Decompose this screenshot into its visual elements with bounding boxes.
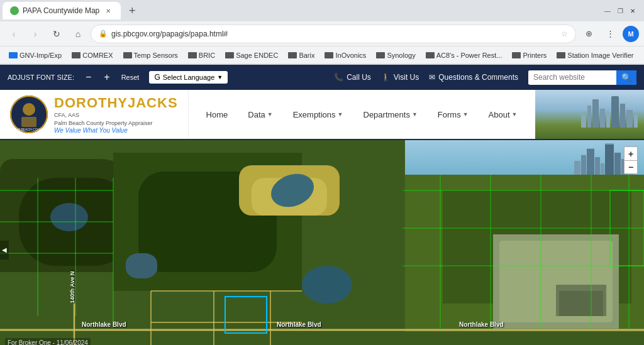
svg-point-1: [23, 103, 35, 116]
bookmark-star-icon[interactable]: ☆: [561, 30, 568, 38]
bookmark-temp[interactable]: Temp Sensors: [119, 50, 182, 60]
papa-logo: PALM BEACH COUNTY DOROTHYJACKS CFA, AAS …: [0, 90, 189, 139]
pond-4: [50, 203, 88, 231]
back-button[interactable]: ‹: [5, 25, 23, 43]
active-tab[interactable]: PAPA Countywide Map ✕: [3, 2, 121, 19]
tab-favicon: [10, 6, 19, 15]
logo-text: DOROTHYJACKS CFA, AAS Palm Beach County …: [54, 95, 178, 134]
bookmark-icon: [225, 52, 234, 58]
northlake-blvd-label-center: Northlake Blvd: [277, 321, 321, 328]
language-selector[interactable]: G Select Language ▼: [149, 71, 228, 84]
nav-exemptions-arrow: ▼: [338, 111, 343, 118]
font-decrease-button[interactable]: −: [84, 72, 92, 83]
more-button[interactable]: ⋮: [601, 25, 619, 43]
header-search: 🔍: [528, 70, 636, 85]
font-reset-button[interactable]: Reset: [121, 74, 140, 81]
main-nav: Home Data ▼ Exemptions ▼ Departments ▼ F…: [189, 90, 535, 139]
tab-title: PAPA Countywide Map: [23, 6, 99, 15]
nav-exemptions[interactable]: Exemptions ▼: [286, 105, 351, 124]
bookmark-icon: [512, 52, 521, 58]
logo-tagline: We Value What You Value: [54, 127, 178, 134]
font-increase-button[interactable]: +: [103, 72, 111, 83]
home-button[interactable]: ⌂: [69, 25, 87, 43]
zoom-out-button[interactable]: −: [624, 160, 638, 174]
new-tab-button[interactable]: +: [123, 2, 141, 19]
bookmark-ac8s[interactable]: AC8's - Power Rest...: [422, 50, 506, 60]
nav-bar: ‹ › ↻ ⌂ 🔒 gis.pbcgov.org/papagis/papa.ht…: [0, 21, 644, 47]
profile-button[interactable]: M: [623, 26, 639, 42]
browser-chrome: PAPA Countywide Map ✕ + — ❐ ✕ ‹ › ↻ ⌂ 🔒 …: [0, 0, 644, 65]
call-us-link[interactable]: 📞 Call Us: [334, 73, 371, 82]
search-input[interactable]: [528, 70, 616, 84]
bookmark-icon: [426, 52, 435, 58]
forward-button[interactable]: ›: [26, 25, 44, 43]
bookmark-gnv[interactable]: GNV-Imp/Exp: [5, 50, 65, 60]
map-zoom-controls: + −: [624, 146, 638, 174]
google-translate-icon: G: [154, 73, 160, 82]
nav-home[interactable]: Home: [199, 105, 236, 124]
language-dropdown-icon: ▼: [217, 74, 223, 80]
minimize-button[interactable]: —: [604, 7, 611, 14]
bookmark-atsc[interactable]: ATSC 3.0 Stack - Tol...: [640, 50, 644, 60]
map-expand-left-button[interactable]: ◀: [0, 241, 9, 260]
nav-data[interactable]: Data ▼: [240, 105, 280, 124]
bookmarks-bar: GNV-Imp/Exp COMREX Temp Sensors BRIC Sag…: [0, 47, 644, 64]
logo-credentials: CFA, AAS: [54, 111, 178, 119]
nav-about[interactable]: About ▼: [481, 105, 525, 124]
phone-icon: 📞: [334, 73, 343, 82]
watermark-text: For Broker One - 11/06/2024 © BeachesALS…: [5, 338, 91, 345]
nav-forms-arrow: ▼: [463, 111, 469, 118]
selected-parcel[interactable]: [225, 296, 267, 334]
map-container[interactable]: + − ◀ Northlake Blvd Northlake Blvd Nort…: [0, 140, 644, 345]
reload-button[interactable]: ↻: [48, 25, 65, 43]
visit-us-link[interactable]: 🚶 Visit Us: [381, 73, 419, 82]
address-bar[interactable]: 🔒 gis.pbcgov.org/papagis/papa.html# ☆: [91, 25, 576, 43]
logo-seal: PALM BEACH COUNTY: [10, 96, 48, 133]
bookmark-synology[interactable]: Synology: [372, 50, 419, 60]
questions-link[interactable]: ✉ Questions & Comments: [429, 73, 518, 82]
bookmark-station-image[interactable]: Station Image Verifier: [553, 50, 637, 60]
svg-text:PALM BEACH COUNTY: PALM BEACH COUNTY: [12, 128, 47, 131]
bookmark-sage[interactable]: Sage ENDEC: [221, 50, 282, 60]
nav-forms[interactable]: Forms ▼: [430, 105, 476, 124]
140th-ave-label: 140th Ave N: [69, 271, 75, 304]
bookmark-icon: [188, 52, 197, 58]
sky-area: [405, 140, 644, 175]
font-size-label: ADJUST FONT SIZE:: [8, 74, 74, 81]
logo-title: Palm Beach County Property Appraiser: [54, 119, 178, 128]
bookmark-icon: [123, 52, 132, 58]
building-dark: [559, 291, 603, 316]
pond-3: [126, 253, 157, 278]
nav-about-arrow: ▼: [512, 111, 518, 118]
bookmark-icon: [325, 52, 333, 58]
bookmark-barix[interactable]: Barix: [284, 50, 318, 60]
bookmark-inovonics[interactable]: InOvonics: [321, 50, 370, 60]
logo-name: DOROTHYJACKS: [54, 95, 178, 111]
papa-navigation: PALM BEACH COUNTY DOROTHYJACKS CFA, AAS …: [0, 90, 644, 140]
nav-departments[interactable]: Departments ▼: [356, 105, 425, 124]
bookmark-icon: [9, 52, 18, 58]
pond-2: [302, 266, 352, 304]
northlake-blvd-label-right: Northlake Blvd: [459, 321, 504, 328]
tab-bar: PAPA Countywide Map ✕ + — ❐ ✕: [0, 0, 644, 21]
bookmark-printers[interactable]: Printers: [508, 50, 550, 60]
maximize-button[interactable]: ❐: [616, 7, 624, 14]
search-button[interactable]: 🔍: [616, 70, 636, 85]
tab-close-button[interactable]: ✕: [103, 6, 113, 16]
papa-site-header: ADJUST FONT SIZE: − + Reset G Select Lan…: [0, 65, 644, 90]
bookmark-icon: [72, 52, 80, 58]
bookmark-comrex[interactable]: COMREX: [68, 50, 116, 60]
close-button[interactable]: ✕: [629, 7, 636, 14]
northlake-blvd-label-left: Northlake Blvd: [82, 321, 126, 328]
nav-departments-arrow: ▼: [412, 111, 418, 118]
header-right-controls: 📞 Call Us 🚶 Visit Us ✉ Questions & Comme…: [334, 70, 636, 85]
window-controls: — ❐ ✕: [604, 7, 641, 14]
svg-rect-2: [21, 117, 36, 127]
envelope-icon: ✉: [429, 73, 435, 82]
bookmark-icon: [376, 52, 385, 58]
bookmark-bric[interactable]: BRIC: [184, 50, 219, 60]
extensions-button[interactable]: ⊕: [580, 25, 597, 43]
bookmark-icon: [288, 52, 297, 58]
lock-icon: 🔒: [99, 30, 108, 38]
zoom-in-button[interactable]: +: [624, 146, 638, 160]
